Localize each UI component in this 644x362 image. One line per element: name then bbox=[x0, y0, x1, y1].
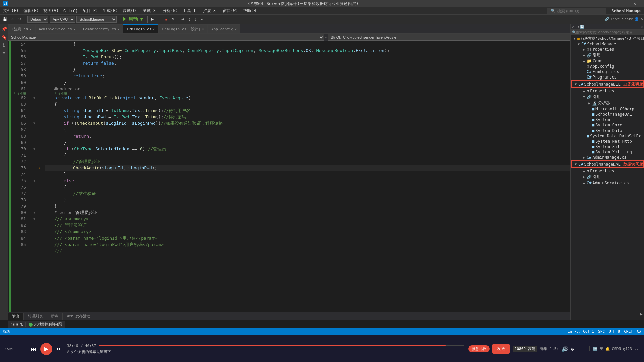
tree-bll-systemxml[interactable]: ■ System.Xml bbox=[571, 144, 644, 149]
settings-icon[interactable]: ⚙ bbox=[640, 17, 643, 21]
menu-file[interactable]: 文件(F) bbox=[1, 7, 21, 14]
tab-commproperty-close[interactable]: ✕ bbox=[117, 27, 119, 31]
bottom-tab-output[interactable]: 输出 bbox=[8, 313, 24, 320]
solution-toolbar-icon-4[interactable]: 🔄 bbox=[580, 25, 584, 29]
tree-sm-appconfig[interactable]: ⚙ App.config bbox=[571, 64, 644, 69]
toolbar-btn-5[interactable]: ⤵ bbox=[187, 17, 192, 22]
tab-frmlogin-design-close[interactable]: ✕ bbox=[202, 27, 204, 31]
tree-bll-refs[interactable]: ▼ 🔗 引用 bbox=[571, 94, 644, 100]
solution-toolbar-icon-1[interactable]: ↩ bbox=[572, 25, 574, 29]
share-label[interactable]: Live Share bbox=[611, 17, 633, 21]
tree-bll-expand[interactable]: ▼ bbox=[573, 82, 578, 86]
solution-toolbar-icon-2[interactable]: ↪ bbox=[575, 25, 577, 29]
tree-sm-refs[interactable]: ▶ 🔗 引用 bbox=[571, 52, 644, 58]
tree-schoolmanage[interactable]: ▼ C# SchoolManage bbox=[571, 41, 644, 47]
toolbar-btn-3[interactable]: ↻ bbox=[170, 16, 176, 22]
taskbar-icon-1[interactable]: 🔤 bbox=[593, 347, 598, 351]
media-play-button[interactable]: ▶ bbox=[40, 343, 52, 355]
media-fullscreen-icon[interactable]: ⛶ bbox=[577, 346, 581, 352]
media-next-button[interactable]: ⏭ bbox=[55, 345, 63, 353]
toolbar-btn-4[interactable]: ⇒ bbox=[180, 16, 186, 22]
solution-toolbar-icon-3[interactable]: ↑ bbox=[577, 25, 579, 29]
nav-left-dropdown[interactable]: SchoolManage bbox=[8, 34, 324, 41]
tree-schoolmanageDal[interactable]: ▼ C# SchoolManageDAL 数据访问层 bbox=[572, 161, 643, 167]
menu-search-box[interactable]: 🔍 bbox=[547, 8, 606, 14]
media-settings-icon[interactable]: ⚙ bbox=[571, 346, 574, 352]
menu-view[interactable]: 视图(V) bbox=[41, 7, 61, 14]
tab-commproperty[interactable]: CommProperty.cs ✕ bbox=[79, 24, 123, 33]
tree-bll-adminmanage[interactable]: ▶ C# AdminManage.cs bbox=[571, 155, 644, 160]
sidebar-bookmark-icon[interactable]: 🔖 bbox=[1, 34, 7, 40]
toolbar-btn-2[interactable]: ⏸ bbox=[156, 17, 163, 22]
menu-search-input[interactable] bbox=[557, 9, 604, 13]
save-button[interactable]: 💾 bbox=[1, 16, 9, 22]
tab-frmlogin-close[interactable]: ✕ bbox=[153, 27, 155, 31]
tree-bll-systemdata[interactable]: ■ System.Data bbox=[571, 128, 644, 133]
tab-adminservice-close[interactable]: ✕ bbox=[73, 27, 75, 31]
menu-extensions[interactable]: 扩展(X) bbox=[201, 7, 220, 14]
menu-window[interactable]: 窗口(W) bbox=[221, 7, 240, 14]
tree-bll-analyzer[interactable]: ▶ 🔬 分析器 bbox=[571, 100, 644, 106]
tree-root-expand[interactable]: ▼ bbox=[572, 37, 577, 40]
tab-appconfig-close[interactable]: ✕ bbox=[235, 27, 237, 31]
zoom-control[interactable]: 160 % bbox=[8, 322, 26, 327]
tab-frmlogin[interactable]: FrmLogin.cs ✕ bbox=[123, 24, 158, 33]
media-speed[interactable]: 1.5x bbox=[550, 347, 559, 351]
minimize-button[interactable]: — bbox=[598, 0, 612, 7]
tree-bll-systemxmllinq[interactable]: ■ System.Xml.Linq bbox=[571, 149, 644, 155]
tab-frmlogin-design[interactable]: FrmLogin.cs [设计] ✕ bbox=[158, 24, 208, 33]
close-button[interactable]: ✕ bbox=[628, 0, 641, 7]
media-volume-icon[interactable]: 🔊 bbox=[561, 346, 568, 352]
tree-bll-mscs[interactable]: ■ Microsoft.CSharp bbox=[571, 106, 644, 112]
menu-git[interactable]: Git(G) bbox=[61, 8, 80, 14]
tree-dal-adminservice[interactable]: ▶ C# AdminService.cs bbox=[571, 180, 644, 186]
solution-search-input[interactable] bbox=[576, 30, 633, 34]
tree-bll-smdal[interactable]: ■ SchoolManageDAL bbox=[571, 112, 644, 117]
taskbar-icon-csdn[interactable]: CSDN @123... bbox=[612, 347, 639, 351]
gift-button[interactable]: 雅意礼仪 bbox=[468, 345, 490, 352]
bottom-tab-webpublish[interactable]: Web 发布活动 bbox=[63, 313, 95, 320]
tree-bll-systemcore[interactable]: ■ System.Core bbox=[571, 122, 644, 128]
debug-config-dropdown[interactable]: Debug bbox=[27, 16, 48, 23]
tree-bll-properties[interactable]: ▶ ⚙ Properties bbox=[571, 88, 644, 94]
tab-adminservice[interactable]: AdminService.cs ✕ bbox=[35, 24, 79, 33]
send-button[interactable]: 发送 bbox=[492, 344, 510, 354]
toolbar-btn-stop[interactable]: ■ bbox=[164, 17, 169, 22]
quality-badge[interactable]: 1080P 高清 bbox=[513, 346, 537, 352]
solution-search-box[interactable]: 🔍 bbox=[571, 30, 644, 35]
tree-sm-comm-expand[interactable]: ▶ bbox=[581, 59, 587, 63]
menu-build[interactable]: 生成(B) bbox=[101, 7, 120, 14]
redo-button[interactable]: ↪ bbox=[17, 16, 23, 22]
toolbar-btn-7[interactable]: ⤶ bbox=[199, 16, 205, 22]
tree-bll-systemnethttp[interactable]: ■ System.Net.Http bbox=[571, 139, 644, 144]
code-content[interactable]: { MessageBox.Show(CommProperty.InputPass… bbox=[42, 41, 640, 312]
media-prev-button[interactable]: ⏮ bbox=[30, 345, 38, 353]
sidebar-pin-icon[interactable]: 📌 bbox=[1, 25, 7, 32]
taskbar-icon-2[interactable]: 英 bbox=[600, 346, 603, 351]
start-button[interactable]: ▶ 启动 ▼ bbox=[121, 16, 145, 23]
tree-sm-properties[interactable]: ▶ ⚙ Properties bbox=[571, 47, 644, 52]
tree-root[interactable]: ▼ ⊞ 解决方案'SchoolManage'(3 个项目，共 3 个) bbox=[571, 36, 644, 41]
undo-button[interactable]: ↩ bbox=[10, 16, 16, 22]
toolbar-btn-6[interactable]: ⤴ bbox=[193, 17, 198, 22]
tree-bll-system[interactable]: ■ System bbox=[571, 117, 644, 122]
tree-schoolmanagebll[interactable]: ▼ C# SchoolManageBLL 业务逻辑层 bbox=[572, 81, 643, 87]
menu-analyze[interactable]: 分析(N) bbox=[161, 7, 180, 14]
tree-dal-properties[interactable]: ▶ ⚙ Properties bbox=[571, 168, 644, 174]
solution-toolbar-icon-5[interactable]: — bbox=[638, 25, 640, 29]
tree-sm-refs-expand[interactable]: ▶ bbox=[581, 53, 587, 57]
menu-project[interactable]: 项目(P) bbox=[80, 7, 100, 14]
tree-sm-comm[interactable]: ▶ 📁 Comm bbox=[571, 58, 644, 64]
error-control[interactable]: ✓ 未找到相关问题 bbox=[26, 322, 65, 327]
bottom-tab-breakpoints[interactable]: 断点 bbox=[47, 313, 63, 320]
platform-dropdown[interactable]: Any CPU bbox=[50, 16, 75, 23]
sidebar-info-icon[interactable]: ℹ bbox=[1, 42, 7, 48]
tree-bll-systemdataext[interactable]: ■ System.Data.DataSetExtensions bbox=[571, 133, 644, 139]
tree-dal-refs[interactable]: ▶ 🔗 引用 bbox=[571, 174, 644, 180]
tab-notice-close[interactable]: ✕ bbox=[30, 27, 32, 31]
solution-toolbar-icon-6[interactable]: ✕ bbox=[641, 25, 643, 29]
bottom-tab-errors[interactable]: 错误列表 bbox=[24, 313, 47, 320]
menu-edit[interactable]: 编辑(E) bbox=[21, 7, 41, 14]
maximize-button[interactable]: □ bbox=[613, 0, 627, 7]
tree-sm-frmlogin[interactable]: C# FrmLogin.cs bbox=[571, 69, 644, 74]
